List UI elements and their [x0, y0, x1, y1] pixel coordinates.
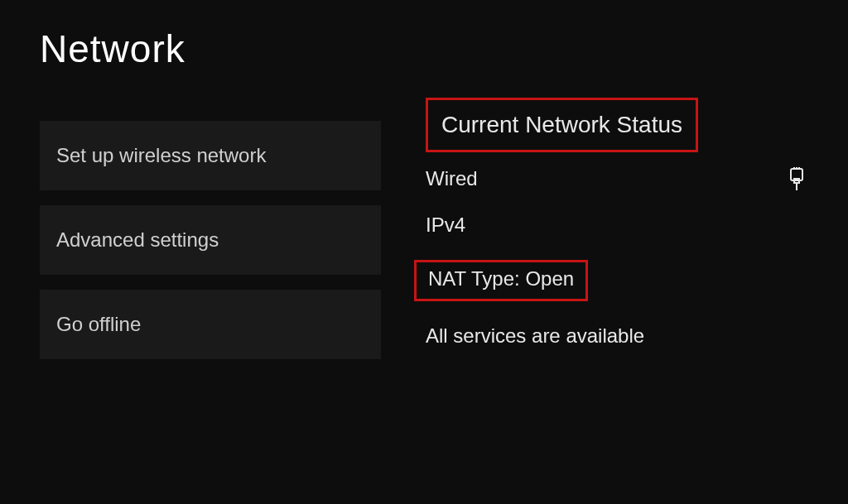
svg-rect-1 [793, 167, 795, 170]
menu-advanced-settings[interactable]: Advanced settings [40, 205, 381, 275]
ip-version-label: IPv4 [426, 214, 465, 236]
ethernet-icon [788, 167, 805, 190]
ip-version-row: IPv4 [426, 214, 807, 237]
status-heading: Current Network Status [426, 98, 698, 152]
nat-type-label: NAT Type: Open [428, 267, 574, 290]
svg-rect-2 [796, 167, 797, 170]
page-title: Network [0, 0, 848, 71]
connection-type-label: Wired [426, 167, 478, 190]
services-label: All services are available [426, 324, 644, 347]
services-row: All services are available [426, 324, 807, 348]
menu-column: Set up wireless network Advanced setting… [0, 121, 398, 374]
menu-go-offline[interactable]: Go offline [40, 290, 381, 359]
svg-rect-3 [798, 167, 800, 170]
content-area: Set up wireless network Advanced setting… [0, 121, 848, 374]
status-column: Current Network Status Wired IPv4 NAT Ty… [398, 121, 807, 374]
menu-setup-wireless[interactable]: Set up wireless network [40, 121, 381, 190]
connection-type-row: Wired [426, 167, 807, 190]
nat-type-row: NAT Type: Open [414, 260, 588, 301]
